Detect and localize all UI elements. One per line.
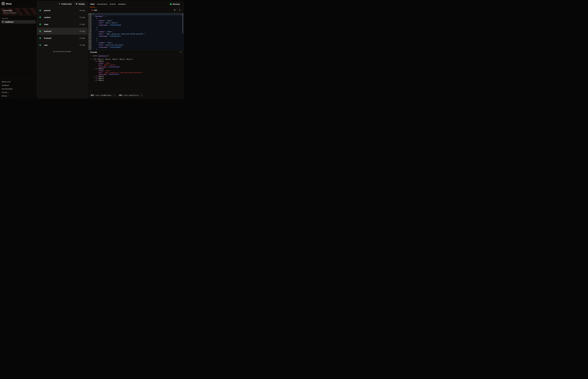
code-line[interactable]: "timestamp": 1764043999867 [93, 46, 183, 48]
code-token: "User" [107, 31, 112, 32]
actor-row[interactable]: dogs1m ago [37, 21, 87, 28]
actor-row[interactable]: backend1m ago [37, 28, 87, 35]
live-badge[interactable]: Live [90, 8, 99, 12]
code-token: "Long live the King!" [105, 44, 124, 46]
sidebar-spacer [0, 24, 37, 79]
code-token: "sender" [98, 31, 105, 32]
console-input[interactable] [88, 90, 183, 93]
create-actor-label: Create Actor [61, 3, 72, 5]
code-token: , [112, 20, 113, 21]
footer-link-feedback[interactable]: Feedback [2, 84, 35, 87]
code-token: 1764043995517 [110, 35, 121, 37]
property-sep [107, 66, 108, 68]
chevron-down-icon[interactable] [180, 51, 182, 53]
code-line[interactable]: "sender": "User", [93, 20, 183, 22]
footer-link-documentation[interactable]: Documentation [2, 87, 35, 91]
console-object-row[interactable]: ▶3: Object [88, 77, 183, 79]
code-line[interactable]: { [92, 13, 183, 15]
code-line[interactable]: { [93, 29, 183, 31]
footer-link-discord[interactable]: Discord↗ [2, 91, 35, 94]
tab-state[interactable]: State [90, 1, 95, 7]
fold-chevron-icon[interactable] [91, 19, 92, 20]
actor-row[interactable]: cats1m ago [37, 42, 87, 48]
actor-last-seen: 1m ago [79, 37, 85, 39]
footer-link-label: GitHub [2, 95, 7, 97]
property-value: "User" [105, 63, 111, 64]
property-key: timestamp: [98, 74, 107, 75]
actor-row[interactable]: frontend1m ago [37, 35, 87, 42]
triangle-right-icon[interactable]: ▶ [95, 79, 95, 81]
object-index: 1 [96, 68, 97, 70]
prompt-chevron-icon [90, 91, 91, 93]
line-number: 6 [88, 24, 92, 26]
code-token: , [145, 33, 146, 35]
footer-link-whats-new-[interactable]: Whats new? [2, 80, 35, 84]
code-line[interactable]: "timestamp": 1764043991880 [93, 24, 183, 26]
triangle-right-icon[interactable]: ▶ [95, 76, 95, 77]
tab-events[interactable]: Events [110, 1, 116, 7]
revert-button[interactable] [177, 8, 182, 12]
code-line[interactable]: "text": " Nay, answer me. Stand and unfo… [93, 33, 183, 35]
command-token: () [107, 55, 109, 57]
code-line[interactable]: }, [93, 26, 183, 29]
editor-scrollbar[interactable] [183, 14, 183, 33]
fold-chevron-icon[interactable] [91, 16, 92, 17]
code-token: , [124, 44, 125, 46]
fold-chevron-icon[interactable] [91, 41, 92, 42]
console-object-row[interactable]: ▶2: Object [88, 75, 183, 77]
footer-link-label: Feedback [2, 84, 9, 86]
code-token: 1764043999867 [110, 46, 121, 48]
actor-row[interactable]: random1m ago [37, 14, 87, 21]
code-line[interactable]: { [93, 17, 183, 20]
code-line[interactable]: "text": "Long live the King!", [93, 44, 183, 46]
fold-chevron-icon[interactable] [91, 14, 92, 15]
editor-code[interactable]: { "messages": [ { "sender": "User", "tex… [92, 13, 183, 50]
code-token [93, 20, 98, 21]
console-command-text: actor.getHistory() [93, 55, 109, 57]
connection-url: http://localhost:6420 [3, 12, 34, 14]
code-token: , [112, 31, 113, 32]
code-line[interactable]: { [93, 40, 183, 42]
console-object-row[interactable]: ▼1: Object [88, 68, 183, 70]
actor-last-seen: 2m ago [79, 9, 85, 11]
code-line[interactable]: }, [93, 37, 183, 40]
triangle-down-icon[interactable]: ▼ [95, 68, 95, 70]
result-summary-text: (5) [Object, Object, Object, Object, Obj… [94, 58, 133, 60]
tab-database[interactable]: Database [118, 1, 126, 7]
rpc-chip[interactable]: RPCactor.sendMessage(...) [90, 94, 116, 97]
state-json-editor[interactable]: 1234567891011121314151617 { "messages": … [88, 13, 183, 50]
sidebar-item-instance[interactable]: chatRoom [1, 20, 36, 24]
save-button[interactable] [173, 8, 177, 12]
footer-link-github[interactable]: GitHub↗ [2, 94, 35, 98]
code-token: }, [93, 37, 98, 39]
line-number: 17 [88, 48, 92, 50]
display-button[interactable]: Display [74, 2, 86, 6]
code-token: "Who’s there?" [105, 22, 117, 24]
instance-label: chatRoom [5, 21, 14, 23]
display-label: Display [79, 3, 85, 5]
object-index: 3 [96, 77, 97, 79]
code-line[interactable]: } [93, 48, 183, 50]
code-line[interactable]: "sender": "User", [93, 31, 183, 33]
console-object-row[interactable]: ▼0: Object [88, 60, 183, 62]
code-token: : [108, 46, 110, 48]
triangle-right-icon[interactable]: ▶ [95, 78, 95, 79]
rpc-chip[interactable]: RPCactor.getHistory(...) [118, 94, 144, 97]
actor-row[interactable]: general2m ago [37, 7, 87, 14]
undo-icon [179, 9, 181, 11]
object-label: : Object [97, 75, 104, 77]
sidebar: Rivet Connected http://localhost:6420 In… [0, 0, 37, 99]
triangle-down-icon[interactable]: ▼ [95, 61, 95, 62]
create-actor-button[interactable]: Create Actor [58, 2, 73, 6]
code-line[interactable]: "timestamp": 1764043995517 [93, 35, 183, 37]
console-header[interactable]: Console [88, 50, 183, 54]
code-line[interactable]: "text": "Who’s there?", [93, 22, 183, 24]
tab-connections[interactable]: Connections [97, 1, 107, 7]
code-line[interactable]: "sender": "User", [93, 42, 183, 44]
code-line[interactable]: "messages": [ [93, 15, 183, 17]
console-property-row: timestamp: 1764043991880 [88, 66, 183, 68]
actors-empty-text: No more Actors to load. [37, 48, 87, 52]
console-object-row[interactable]: ▶4: Object [88, 79, 183, 81]
line-number: 12 [88, 37, 92, 40]
fold-chevron-icon[interactable] [91, 30, 92, 31]
